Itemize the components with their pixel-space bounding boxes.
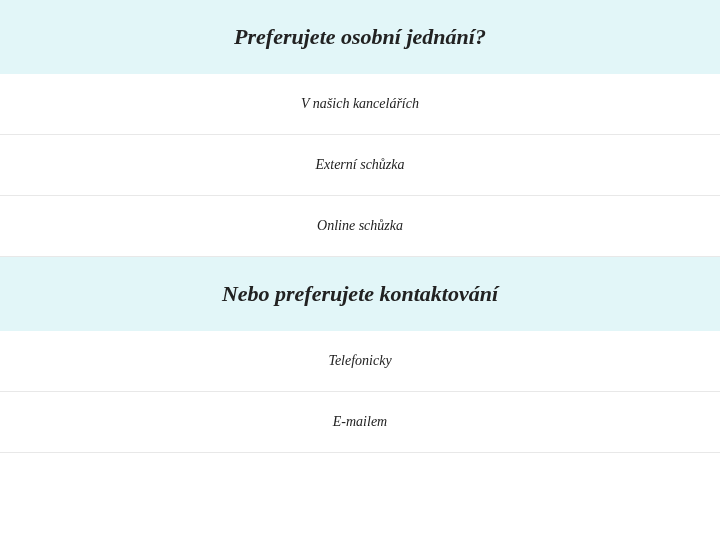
option-label: E-mailem [333,414,387,429]
option-label: Online schůzka [317,218,403,233]
option-label: V našich kancelářích [301,96,419,111]
contact-preference-form: Preferujete osobní jednání? V našich kan… [0,0,720,453]
option-online-meeting[interactable]: Online schůzka [0,196,720,257]
heading-text: Nebo preferujete kontaktování [222,281,498,306]
heading-text: Preferujete osobní jednání? [234,24,486,49]
option-phone[interactable]: Telefonicky [0,331,720,392]
section-heading-contact: Nebo preferujete kontaktování [0,257,720,331]
option-in-office[interactable]: V našich kancelářích [0,74,720,135]
option-email[interactable]: E-mailem [0,392,720,453]
section-heading-meeting: Preferujete osobní jednání? [0,0,720,74]
option-label: Externí schůzka [315,157,404,172]
option-external-meeting[interactable]: Externí schůzka [0,135,720,196]
option-label: Telefonicky [328,353,391,368]
